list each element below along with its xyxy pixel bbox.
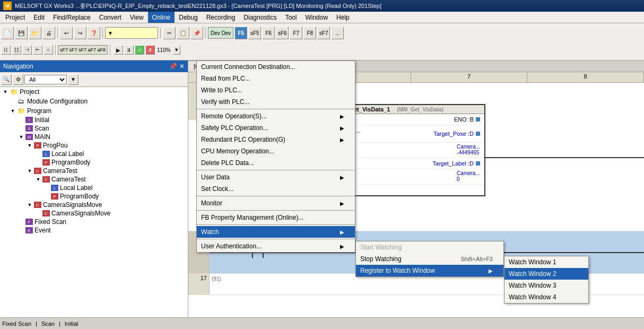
watch-register[interactable]: Register to Watch Window ▶ — [356, 265, 503, 276]
tree-camera-signals-move[interactable]: ▼ C CameraSignalsMove — [0, 201, 188, 209]
fixed-scan-icon: F — [25, 219, 33, 225]
open-btn[interactable]: 📁 — [29, 27, 41, 39]
menu-recording[interactable]: Recording — [202, 12, 240, 23]
watch-window-2[interactable]: Watch Window 2 — [504, 268, 588, 280]
menu-convert[interactable]: Convert — [95, 12, 126, 23]
menu-window[interactable]: Window — [301, 12, 332, 23]
menu-verify-with-plc[interactable]: Verify with PLC... — [197, 96, 355, 108]
nav-pin-icon[interactable]: 📌 — [169, 63, 177, 70]
tree-event[interactable]: E Event — [0, 226, 188, 235]
copy-btn[interactable]: 📋 — [177, 27, 189, 39]
sep4 — [205, 28, 206, 38]
f8-btn[interactable]: sF6 — [276, 27, 289, 39]
status-initial: Initial — [65, 321, 79, 327]
f7-btn[interactable]: F6 — [262, 27, 275, 39]
menu-remote-op[interactable]: Remote Operation(S)... ▶ — [197, 110, 355, 122]
mon-btn-2[interactable]: ⏸ — [124, 45, 134, 55]
expand-program[interactable]: ▼ — [8, 108, 17, 114]
redo-btn[interactable]: ↪ — [74, 27, 86, 39]
menu-current-connection[interactable]: Current Connection Destination... — [197, 61, 355, 73]
menu-fb-property[interactable]: FB Property Management (Online)... — [197, 212, 355, 223]
menu-online[interactable]: Online — [148, 12, 175, 23]
tb2-3[interactable]: ⊣ — [22, 45, 32, 55]
tree-program-body-2[interactable]: P ProgramBody — [0, 192, 188, 201]
watch-window-4[interactable]: Watch Window 4 — [504, 291, 588, 303]
tb2-5[interactable]: ○ — [43, 45, 53, 55]
menu-set-clock[interactable]: Set Clock... — [197, 183, 355, 195]
tree-camera-test-group[interactable]: ▼ C CameraTest — [0, 167, 188, 175]
menu-user-auth[interactable]: User Authentication... ▶ — [197, 240, 355, 252]
menu-monitor[interactable]: Monitor ▶ — [197, 197, 355, 209]
undo-btn[interactable]: ↩ — [60, 27, 73, 39]
watch-window-3[interactable]: Watch Window 3 — [504, 280, 588, 291]
menu-view[interactable]: View — [126, 12, 148, 23]
save-btn[interactable]: 💾 — [15, 27, 28, 39]
tree-camera-signals-sub[interactable]: C CameraSignalsMove — [0, 209, 188, 218]
expand-cts[interactable]: ▼ — [34, 177, 42, 182]
expand-progpou[interactable]: ▼ — [25, 143, 34, 148]
menu-redundant-plc[interactable]: Redundant PLC Operation(G) ▶ — [197, 134, 355, 145]
tree-initial[interactable]: I Initial — [0, 116, 188, 124]
expand-csm[interactable]: ▼ — [25, 202, 34, 207]
menu-project[interactable]: Project — [1, 12, 29, 23]
menu-edit[interactable]: Edit — [29, 12, 49, 23]
tree-program[interactable]: ▼ 📁 Program — [0, 106, 188, 116]
menu-delete-plc-data[interactable]: Delete PLC Data... — [197, 157, 355, 169]
help-btn[interactable]: ❓ — [88, 27, 100, 39]
tree-progpou-label: ProgPou — [43, 142, 68, 149]
tree-progpou[interactable]: ▼ P ProgPou — [0, 141, 188, 150]
menu-user-data[interactable]: User Data ▶ — [197, 171, 355, 183]
tree-fixed-scan[interactable]: F Fixed Scan — [0, 218, 188, 226]
menu-safety-plc[interactable]: Safety PLC Operation... ▶ — [197, 122, 355, 134]
tb2-1[interactable]: ⟨⟩ — [1, 45, 11, 55]
menu-debug[interactable]: Debug — [175, 12, 202, 23]
expand-ct[interactable]: ▼ — [25, 168, 34, 174]
sf7-btn[interactable]: F8 — [303, 27, 316, 39]
paste-btn[interactable]: 📌 — [190, 27, 203, 39]
watch-window-1[interactable]: Watch Window 1 — [504, 256, 588, 268]
dropdown-selector[interactable]: ▼ — [105, 27, 158, 39]
more-btn[interactable]: ... — [331, 27, 344, 39]
menu-read-from-plc[interactable]: Read from PLC... — [197, 73, 355, 84]
tree-local-label-1[interactable]: L Local Label — [0, 150, 188, 158]
f6-btn[interactable]: sF5 — [248, 27, 261, 39]
tree-project[interactable]: ▼ 📁 Project — [0, 87, 188, 97]
mon-btn-1[interactable]: ▶ — [114, 45, 123, 55]
expand-project[interactable]: ▼ — [1, 89, 10, 94]
register-submenu: Watch Window 1 Watch Window 2 Watch Wind… — [504, 256, 589, 304]
zoom-dropdown[interactable]: ▼ — [173, 45, 180, 55]
tree-program-body-1[interactable]: P ProgramBody — [0, 158, 188, 167]
tree-local-label-2[interactable]: L Local Label — [0, 184, 188, 192]
mon-btn-3[interactable]: ✓ — [135, 45, 144, 55]
f9b-btn[interactable]: sF7 — [317, 27, 330, 39]
print-btn[interactable]: 🖨 — [42, 27, 55, 39]
cut-btn[interactable]: ✂ — [163, 27, 176, 39]
nav-search-btn[interactable]: 🔍 — [1, 74, 12, 85]
compile-btn[interactable]: F5 — [234, 27, 247, 39]
nav-filter-btn[interactable]: ▼ — [68, 74, 79, 85]
menu-find-replace[interactable]: Find/Replace — [49, 12, 95, 23]
f9-btn[interactable]: F7 — [290, 27, 302, 39]
nav-gear-btn[interactable]: ⚙ — [13, 74, 23, 85]
nav-close-icon[interactable]: ✕ — [179, 63, 185, 70]
mon-btn-4[interactable]: ✗ — [145, 45, 155, 55]
status-sep-2: | — [59, 321, 60, 327]
tree-module-config[interactable]: 🗂 Module Configuration — [0, 97, 188, 106]
tree-camera-test-sub[interactable]: ▼ C CameraTest — [0, 175, 188, 184]
menu-diagnostics[interactable]: Diagnostics — [239, 12, 281, 23]
tree-scan[interactable]: S Scan — [0, 124, 188, 133]
tb2-4[interactable]: ⊢ — [33, 45, 42, 55]
menu-write-to-plc[interactable]: Write to PLC... — [197, 84, 355, 96]
menu-help[interactable]: Help — [332, 12, 354, 23]
menu-cpu-memory[interactable]: CPU Memory Operation... — [197, 145, 355, 157]
nav-filter-select[interactable]: All — [24, 75, 67, 84]
menu-watch[interactable]: Watch ▶ — [197, 226, 355, 238]
new-btn[interactable]: 📄 — [1, 27, 14, 39]
tb2-2[interactable]: ⟦⟧ — [12, 45, 21, 55]
fb-type-name: (MM_Get_VisData) — [397, 107, 443, 112]
expand-main[interactable]: ▼ — [17, 134, 25, 140]
tree-main[interactable]: ▼ M MAIN — [0, 133, 188, 141]
read-from-plc-label: Read from PLC... — [201, 75, 250, 82]
menu-tool[interactable]: Tool — [281, 12, 301, 23]
watch-stop[interactable]: Stop Watching Shift+Alt+F3 — [356, 253, 503, 265]
